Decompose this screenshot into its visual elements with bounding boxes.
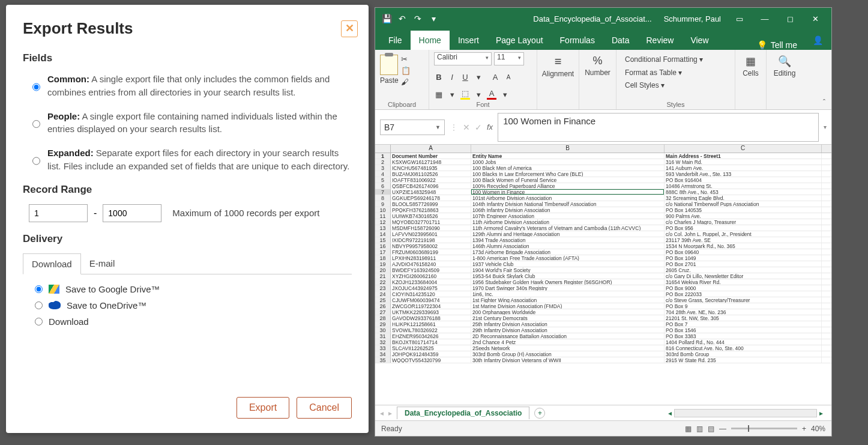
- new-sheet-icon[interactable]: +: [534, 408, 545, 419]
- col-header-c[interactable]: C: [665, 145, 822, 153]
- table-row[interactable]: 8GGKUEPS69246178101st Airborne Division …: [375, 195, 831, 201]
- table-row[interactable]: 2KSXWGW1612719481000 Jobs316 W Main Rd.: [375, 159, 831, 165]
- close-window-icon[interactable]: ✕: [803, 14, 828, 23]
- delivery-option-2[interactable]: [35, 318, 43, 325]
- table-row[interactable]: 22KZOJH12336840041956 Studebaker Golden …: [375, 279, 831, 285]
- editing-button[interactable]: 🔍Editing: [771, 52, 798, 80]
- table-row[interactable]: 7UXPZIE148325948100 Women in Finance888C…: [375, 189, 831, 195]
- zoom-out-icon[interactable]: —: [719, 425, 726, 433]
- zoom-in-icon[interactable]: +: [802, 425, 806, 433]
- table-row[interactable]: 15IXIDCR9722191981394 Trade Association2…: [375, 237, 831, 243]
- table-row[interactable]: 20BWDEFY1639245091904 World's Fair Socie…: [375, 267, 831, 273]
- save-icon[interactable]: 💾: [379, 14, 394, 23]
- table-row[interactable]: 25CJUWFM0600394741st Fighter Wing Associ…: [375, 297, 831, 303]
- paste-label[interactable]: Paste: [380, 76, 399, 85]
- export-button[interactable]: Export: [237, 397, 289, 419]
- view-page-break-icon[interactable]: ▤: [708, 425, 714, 433]
- table-row[interactable]: 30SVOWIL78032692229th Infantry Division …: [375, 327, 831, 333]
- conditional-formatting-button[interactable]: Conditional Formatting ▾: [625, 53, 726, 67]
- zoom-slider[interactable]: [731, 428, 797, 429]
- table-row[interactable]: 35WQQOTV55432079930th Infantry Division …: [375, 357, 831, 363]
- qa-more-icon[interactable]: ▾: [426, 14, 441, 23]
- tab-home[interactable]: Home: [411, 31, 450, 50]
- tab-review[interactable]: Review: [638, 31, 683, 50]
- tab-insert[interactable]: Insert: [450, 31, 487, 50]
- cells-button[interactable]: ▦Cells: [740, 52, 761, 80]
- view-normal-icon[interactable]: ▦: [685, 425, 692, 433]
- range-to-input[interactable]: [103, 204, 161, 222]
- sheet-next-icon[interactable]: ▸: [388, 409, 392, 417]
- table-row[interactable]: 27UKTMKK229339693200 Orphanages Worldwid…: [375, 309, 831, 315]
- tab-data[interactable]: Data: [603, 31, 638, 50]
- tab-view[interactable]: View: [682, 31, 717, 50]
- table-row[interactable]: 10PPQKFH376218863106th Infantry Division…: [375, 207, 831, 213]
- field-option-1[interactable]: [32, 112, 40, 136]
- table-row[interactable]: 14LAFVVN023995601129th Alumni and Herita…: [375, 231, 831, 237]
- ribbon-options-icon[interactable]: ▭: [727, 14, 752, 23]
- enter-formula-icon[interactable]: ✓: [475, 123, 482, 132]
- table-row[interactable]: 12MQYOBD32770171111th Airborne Division …: [375, 219, 831, 225]
- table-row[interactable]: 31EHZNER9503426262D Reconnaissance Batta…: [375, 333, 831, 339]
- scroll-right-icon[interactable]: ▸: [819, 409, 823, 417]
- scroll-left-icon[interactable]: ◂: [668, 409, 672, 417]
- zoom-level[interactable]: 40%: [811, 425, 825, 433]
- field-option-2[interactable]: [32, 149, 40, 173]
- cancel-formula-icon[interactable]: ✕: [463, 123, 470, 132]
- collapse-ribbon-icon[interactable]: ˆ: [823, 98, 825, 107]
- alignment-button[interactable]: ≡Alignment: [542, 52, 574, 80]
- formula-bar[interactable]: 100 Women in Finance: [498, 113, 819, 142]
- fill-color-icon[interactable]: ⬚: [460, 89, 470, 100]
- table-row[interactable]: 33SLCAVII122625252Seeds Network816 Conne…: [375, 345, 831, 351]
- table-row[interactable]: 21XYZHGI2600621601953-54 Buick Skylark C…: [375, 273, 831, 279]
- tab-download[interactable]: Download: [23, 253, 81, 274]
- redo-icon[interactable]: ↷: [410, 14, 426, 23]
- undo-icon[interactable]: ↶: [394, 14, 410, 23]
- table-row[interactable]: 24CIOYIN3142351201in6, Inc.PO Box 222033: [375, 291, 831, 297]
- spreadsheet-grid[interactable]: A B C 1Document NumberEntity NameMain Ad…: [375, 145, 831, 405]
- table-row[interactable]: 28GAVODW29337618821st Century Democrats2…: [375, 315, 831, 321]
- table-row[interactable]: 23JXOJUC4439249751970 Dart Swinger 340s …: [375, 285, 831, 291]
- italic-button[interactable]: I: [447, 73, 457, 82]
- table-row[interactable]: 4BUZAMJ081102526100 Blacks In Law Enforc…: [375, 171, 831, 177]
- tab-file[interactable]: File: [380, 31, 411, 50]
- bold-button[interactable]: B: [434, 73, 444, 82]
- table-row[interactable]: 5IOAFTF831006922100 Black Women of Funer…: [375, 177, 831, 183]
- field-option-0[interactable]: [32, 75, 40, 99]
- underline-button[interactable]: U: [460, 73, 470, 82]
- table-row[interactable]: 16NBVYP9957958002146th Alumni Associatio…: [375, 243, 831, 249]
- table-row[interactable]: 11UUIWKB743016526107th Engineer Associat…: [375, 213, 831, 219]
- tell-me[interactable]: 💡Tell me: [750, 40, 804, 50]
- increase-font-icon[interactable]: A: [490, 73, 500, 82]
- format-as-table-button[interactable]: Format as Table ▾: [625, 67, 726, 80]
- table-row[interactable]: 32BKOJXT8017147142nd Chance 4 Petz1404 P…: [375, 339, 831, 345]
- table-row[interactable]: 9BLOOLS857726999104th Infantry Division …: [375, 201, 831, 207]
- tab-page-layout[interactable]: Page Layout: [487, 31, 552, 50]
- close-button[interactable]: ✕: [341, 20, 358, 37]
- share-icon[interactable]: 👤: [804, 31, 831, 50]
- horizontal-scrollbar[interactable]: [674, 409, 817, 417]
- cut-icon[interactable]: ✂: [401, 55, 411, 64]
- table-row[interactable]: 29HLIKPK12125866125th Infantry Division …: [375, 321, 831, 327]
- borders-icon[interactable]: ▦: [434, 90, 444, 99]
- tab-formulas[interactable]: Formulas: [552, 31, 603, 50]
- font-color-icon[interactable]: A: [487, 89, 496, 100]
- tab-email[interactable]: E-mail: [81, 253, 124, 274]
- decrease-font-icon[interactable]: A: [504, 74, 513, 80]
- table-row[interactable]: 18LPXIHN2831989111-800 American Free Tra…: [375, 255, 831, 261]
- delivery-option-0[interactable]: [35, 285, 43, 293]
- sheet-prev-icon[interactable]: ◂: [380, 409, 384, 417]
- col-header-b[interactable]: B: [471, 145, 665, 153]
- cancel-button[interactable]: Cancel: [297, 397, 352, 419]
- delivery-option-1[interactable]: [35, 301, 43, 309]
- fx-icon[interactable]: fx: [487, 123, 493, 132]
- format-painter-icon[interactable]: 🖌: [401, 77, 411, 86]
- sheet-tab[interactable]: Data_Encyclopedia_of_Associatio: [397, 407, 529, 419]
- table-row[interactable]: 34JOHPQK912484359303rd Bomb Group (H) As…: [375, 351, 831, 357]
- number-format-button[interactable]: %Number: [584, 52, 611, 79]
- view-page-layout-icon[interactable]: ▥: [696, 425, 703, 433]
- copy-icon[interactable]: 📋: [401, 66, 411, 75]
- maximize-icon[interactable]: ◻: [777, 14, 803, 23]
- table-row[interactable]: 3ICNCHU567481935100 Black Men of America…: [375, 165, 831, 171]
- col-header-a[interactable]: A: [391, 145, 471, 153]
- select-all-corner[interactable]: [375, 145, 391, 153]
